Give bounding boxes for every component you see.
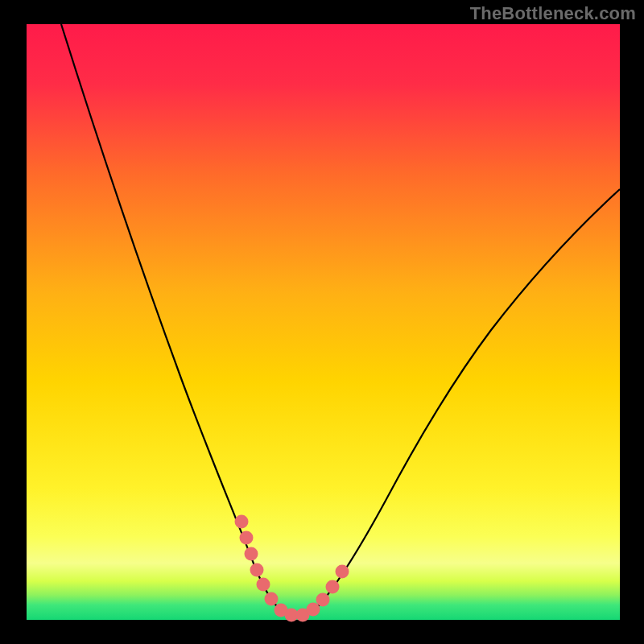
gradient-panel: [27, 24, 620, 620]
bottleneck-chart: [0, 0, 644, 644]
marker-dot: [240, 531, 254, 545]
watermark-text: TheBottleneck.com: [470, 3, 636, 24]
chart-stage: TheBottleneck.com: [0, 0, 644, 644]
marker-dot: [235, 515, 249, 529]
marker-dot: [316, 593, 330, 607]
marker-dot: [257, 578, 270, 592]
marker-dot: [250, 564, 264, 577]
marker-dot: [326, 580, 340, 594]
marker-dot: [245, 547, 258, 561]
marker-dot: [307, 603, 320, 617]
marker-dot: [265, 592, 279, 606]
marker-dot: [336, 565, 349, 579]
